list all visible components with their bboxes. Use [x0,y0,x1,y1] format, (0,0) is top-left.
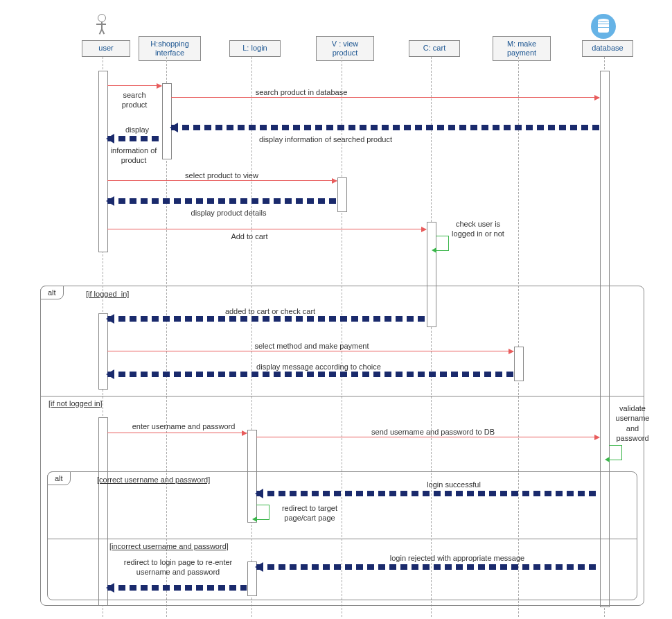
sequence-diagram: user H:shopping interface L: login V : v… [14,14,658,617]
database-icon [591,14,616,39]
fragment-alt-outer-label: alt [40,286,64,299]
fragment-divider-2 [48,539,637,539]
msg-return-display-user [107,136,161,141]
guard-correct: [correct username and password] [97,476,210,484]
participant-login: L: login [229,40,281,57]
msg-search-in-db-label: search product in database [222,87,381,97]
guard-not-logged-in: [if not logged in] [48,399,103,408]
self-msg-redirect-target [256,505,269,520]
fragment-alt-inner-label: alt [47,471,71,485]
msg-search-product-label: search product [115,90,154,110]
actor-icon [94,14,111,35]
guard-incorrect: [incorrect username and password] [109,542,229,550]
msg-return-product-details-label: display product details [166,208,291,218]
msg-select-product-label: select product to view [159,171,284,180]
msg-return-product-details [107,198,337,204]
msg-add-to-cart [107,229,426,229]
msg-return-redirect-login [107,585,247,591]
msg-return-display-info [171,125,599,130]
msg-search-product [107,85,161,86]
msg-return-added-cart-label: added to cart or check cart [194,306,346,316]
self-msg-redirect-target-label: redirect to target page/cart page [272,503,348,523]
participant-database: database [582,40,633,57]
participant-user: user [82,40,130,57]
participant-payment: M: make payment [493,36,551,61]
msg-return-login-rejected-label: login rejected with appropriate message [367,553,547,563]
msg-add-to-cart-label: Add to cart [208,232,291,241]
msg-enter-credentials-label: enter username and password [118,421,249,431]
fragment-divider-1 [41,396,644,396]
self-msg-check-login-label: check user is logged in or not [443,219,513,239]
msg-return-payment-label: display message according to choice [229,362,409,372]
msg-return-login-success [256,491,599,496]
self-msg-validate [609,445,622,460]
participant-shopping: H:shopping interface [139,36,201,61]
msg-return-display-info-label: display information of searched product [229,134,423,144]
msg-return-redirect-login-label: redirect to login page to re-enter usern… [112,557,244,577]
participant-view: V : view product [316,36,374,61]
msg-return-added-cart [107,316,426,322]
guard-logged-in: [if logged_in] [86,290,129,298]
msg-display-label-bottom: information of product [103,146,165,166]
msg-send-credentials-label: send username and password to DB [346,427,520,437]
activation-view-1 [337,177,347,212]
self-msg-validate-label: validate username and password [611,403,654,443]
msg-return-login-rejected [256,564,599,570]
participant-cart: C: cart [409,40,460,57]
msg-return-login-success-label: login successful [402,480,506,489]
msg-display-label-top: display [118,125,157,134]
msg-make-payment-label: select method and make payment [222,341,402,351]
msg-enter-credentials [107,433,247,433]
msg-return-payment [107,372,513,377]
